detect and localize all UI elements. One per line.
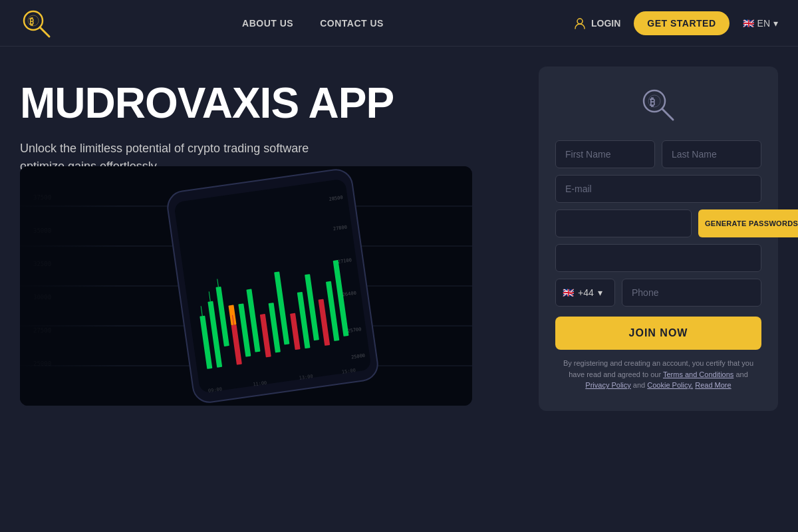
name-row [555,140,761,168]
hero-section: MUDROVAXIS APP Unlock the limitless pote… [0,47,798,532]
contact-us-link[interactable]: CONTACT US [320,18,384,29]
read-more-link[interactable]: Read More [695,381,731,389]
get-started-button[interactable]: GET STARTED [634,11,729,35]
privacy-policy-link[interactable]: Privacy Policy [585,381,630,389]
country-input[interactable]: United Kingdom [555,244,761,272]
svg-rect-12 [174,178,372,393]
join-now-button[interactable]: JOIN NOW [555,317,761,350]
cookie-policy-link[interactable]: Cookie Policy. [647,381,693,389]
email-input[interactable] [555,175,761,203]
flag-icon: 🇬🇧 [743,18,754,29]
uk-flag-icon: 🇬🇧 [563,287,574,298]
user-icon [574,17,586,29]
form-logo-icon: ₿ [640,86,677,124]
about-us-link[interactable]: ABOUT US [242,18,293,29]
nav-links: ABOUT US CONTACT US [242,18,384,29]
svg-line-2 [40,27,49,37]
svg-rect-49 [20,166,186,406]
navbar: ₿ ABOUT US CONTACT US LOGIN GET STARTED … [0,0,798,47]
logo-icon: ₿ [20,7,52,39]
hero-title: MUDROVAXIS APP [20,80,419,126]
phone-code-selector[interactable]: 🇬🇧 +44 ▾ [555,279,615,307]
password-input[interactable]: tguDk9z6nz [555,209,692,237]
phone-row: 🇬🇧 +44 ▾ [555,279,761,307]
generate-password-button[interactable]: GENERATE PASSWORDS [698,209,798,237]
crypto-chart-svg: 28500 27800 27100 26400 25700 25000 09:0… [20,166,472,406]
chevron-down-icon: ▾ [773,18,778,29]
phone-input[interactable] [622,279,761,307]
last-name-input[interactable] [662,140,761,168]
navbar-actions: LOGIN GET STARTED 🇬🇧 EN ▾ [574,11,778,35]
terms-text: By registering and creating an account, … [555,358,761,391]
registration-form: ₿ tguDk9z6nz GENERATE PASSWORDS United K… [539,66,778,411]
login-button[interactable]: LOGIN [574,17,620,29]
language-selector[interactable]: 🇬🇧 EN ▾ [743,18,778,29]
logo: ₿ [20,7,52,39]
svg-line-52 [662,109,673,120]
form-logo-container: ₿ [555,86,761,124]
email-row [555,175,761,203]
terms-link[interactable]: Terms and Conditions [663,370,733,378]
hero-chart-image: 28500 27800 27100 26400 25700 25000 09:0… [20,166,472,406]
svg-point-4 [577,19,583,24]
phone-code-chevron: ▾ [598,287,602,298]
chart-background: 28500 27800 27100 26400 25700 25000 09:0… [20,166,472,406]
first-name-input[interactable] [555,140,655,168]
password-row: tguDk9z6nz GENERATE PASSWORDS [555,209,761,237]
